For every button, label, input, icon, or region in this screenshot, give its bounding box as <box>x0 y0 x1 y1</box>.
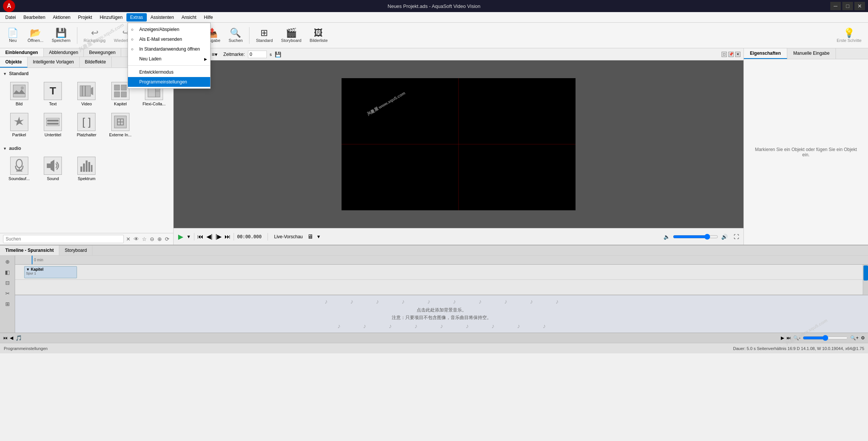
tab-bewegungen[interactable]: Bewegungen <box>84 48 121 57</box>
tab-bildeffekte[interactable]: Bildeffekte <box>80 57 112 68</box>
search-slider-icon[interactable]: ⊕ <box>157 235 163 243</box>
toolbar-save[interactable]: 💾 Speichern <box>48 26 74 45</box>
tab-objekte[interactable]: Objekte <box>0 57 28 68</box>
tl-settings[interactable]: ⚙ <box>861 335 865 341</box>
timeline-vscroll[interactable] <box>863 265 868 295</box>
skip-start-btn[interactable]: ⏮ <box>197 233 203 240</box>
menu-hinzufuegen[interactable]: Hinzufügen <box>96 13 126 22</box>
menu-anzeigen[interactable]: ○ Anzeigen/Abspielen <box>128 25 210 34</box>
menu-projekt[interactable]: Projekt <box>74 13 96 22</box>
preview-restore-btn[interactable]: □ <box>722 52 727 57</box>
preview-btn-5[interactable]: ≡▾ <box>212 51 217 57</box>
fullscreen-icon[interactable]: ⛶ <box>734 234 739 240</box>
tab-einblendungen[interactable]: Einblendungen <box>0 48 44 57</box>
music-note-9: ♪ <box>530 298 533 305</box>
toolbar-open[interactable]: 📂 Öffnen... <box>24 26 47 45</box>
zeitmarke-input[interactable] <box>248 51 267 58</box>
track-clip-kapitel[interactable]: ▼ Kapitel Spur 1 <box>24 266 77 278</box>
preview-close-btn[interactable]: ✕ <box>735 52 740 57</box>
object-externe[interactable]: Externe In... <box>104 110 136 140</box>
tl-zoom-out[interactable]: 🔍- <box>793 335 800 341</box>
menu-assistenten[interactable]: Assistenten <box>147 13 178 22</box>
object-soundauf[interactable]: Soundauf... <box>3 154 35 183</box>
maximize-button[interactable]: □ <box>842 2 853 10</box>
search-minus-icon[interactable]: ⊖ <box>149 235 155 243</box>
object-partikel[interactable]: Partikel <box>3 110 35 140</box>
toolbar-undo[interactable]: ↩ Rückgängig <box>80 26 109 45</box>
object-text[interactable]: T Text <box>37 79 69 109</box>
tab-manuelle-eingabe[interactable]: Manuelle Eingabe <box>787 48 836 59</box>
menu-entwicklermodus[interactable]: Entwicklermodus <box>128 67 210 77</box>
object-bild-label: Bild <box>16 102 23 106</box>
preview-pin-btn[interactable]: 📌 <box>728 52 734 57</box>
menu-aktionen[interactable]: Aktionen <box>49 13 74 22</box>
toolbar-new[interactable]: 📄 Neu <box>3 26 23 45</box>
extras-dropdown-menu: ○ Anzeigen/Abspielen ○ Als E-Mail versen… <box>128 23 211 89</box>
tl-prev[interactable]: ◀ <box>10 335 13 341</box>
live-preview-monitor-icon[interactable]: 🖥 <box>307 233 313 240</box>
object-spektrum[interactable]: Spektrum <box>71 154 103 183</box>
track-ctrl-1[interactable]: ⊕ <box>4 257 11 266</box>
search-star-icon[interactable]: ☆ <box>141 235 148 243</box>
tl-add-track[interactable]: 🎵 <box>15 335 22 341</box>
timeline-music-area[interactable]: ♪ ♪ ♪ ♪ ♪ ♪ ♪ ♪ ♪ ♪ 点击此处添加背景音乐。 注意：只要项目不… <box>15 295 868 333</box>
app-logo: A <box>3 0 15 12</box>
tl-skip-start[interactable]: ⏮ <box>3 335 8 341</box>
close-button[interactable]: ✕ <box>854 2 865 10</box>
menu-neu-laden[interactable]: Neu Laden <box>128 54 210 64</box>
minimize-button[interactable]: ─ <box>830 2 841 10</box>
live-preview-dropdown[interactable]: ▼ <box>316 234 321 239</box>
search-plus-icon[interactable]: ⟳ <box>164 235 170 243</box>
tab-abblendungen[interactable]: Abblendungen <box>44 48 84 57</box>
tl-zoom-in[interactable]: 🔍+ <box>850 335 859 341</box>
prev-frame-btn[interactable]: ◀| <box>206 233 212 240</box>
object-bild[interactable]: Bild <box>3 79 35 109</box>
menu-programmeinstellungen[interactable]: Programmeinstellungen <box>128 77 210 87</box>
toolbar-first-steps[interactable]: 💡 Erste Schritte <box>833 26 865 45</box>
track-ctrl-4[interactable]: ✂ <box>4 289 11 298</box>
search-eye-icon[interactable]: 👁 <box>133 235 140 243</box>
object-video[interactable]: Video <box>71 79 103 109</box>
track-ctrl-2[interactable]: ◧ <box>3 268 11 277</box>
vscroll-thumb[interactable] <box>863 265 868 281</box>
track-ctrl-5[interactable]: ⊞ <box>4 299 11 308</box>
volume-minus-icon[interactable]: 🔈 <box>663 234 670 240</box>
tab-timeline-spuransicht[interactable]: Timeline - Spuransicht <box>0 245 59 255</box>
menu-bearbeiten[interactable]: Bearbeiten <box>20 13 49 22</box>
tab-vorlagen[interactable]: Intelligente Vorlagen <box>28 57 80 68</box>
play-btn[interactable]: ▶ <box>178 233 183 241</box>
menu-datei[interactable]: Datei <box>2 13 20 22</box>
menu-hilfe[interactable]: Hilfe <box>200 13 217 22</box>
object-sound[interactable]: Sound <box>37 154 69 183</box>
menu-extras[interactable]: Extras <box>126 13 147 22</box>
toolbar-search[interactable]: 🔍 Suchen <box>225 26 246 45</box>
skip-end-btn[interactable]: ⏭ <box>225 233 231 240</box>
object-untertitel[interactable]: Untertitel <box>37 110 69 140</box>
zeitmarke-save[interactable]: 💾 <box>275 51 281 57</box>
tab-storyboard[interactable]: Storyboard <box>59 245 92 255</box>
tab-eigenschaften[interactable]: Eigenschaften <box>744 48 787 59</box>
object-platzhalter[interactable]: [ ] Platzhalter <box>71 110 103 140</box>
storyboard-icon: 🎬 <box>286 28 297 37</box>
volume-plus-icon[interactable]: 🔊 <box>721 234 728 240</box>
objects-panel: Standard Bild T Text Video <box>0 68 173 233</box>
track-ctrl-3[interactable]: ⊟ <box>4 278 11 287</box>
tl-zoom-slider[interactable] <box>803 335 848 341</box>
partikel-icon <box>10 113 28 131</box>
menu-standardanwendung[interactable]: ○ In Standardanwendung öffnen <box>128 44 210 54</box>
play-dropdown-btn[interactable]: ▼ <box>186 234 191 239</box>
svg-rect-14 <box>47 123 58 125</box>
toolbar-storyboard[interactable]: 🎬 Storyboard <box>278 26 305 45</box>
volume-slider[interactable] <box>673 234 718 240</box>
menu-email[interactable]: ○ Als E-Mail versenden <box>128 34 210 44</box>
search-clear-icon[interactable]: ✕ <box>125 235 131 243</box>
save-icon: 💾 <box>55 28 67 37</box>
toolbar-image-list[interactable]: 🖼 Bilderliste <box>306 26 331 45</box>
menu-ansicht[interactable]: Ansicht <box>178 13 200 22</box>
toolbar-standard[interactable]: ⊞ Standard <box>252 26 276 45</box>
search-input[interactable] <box>3 235 124 243</box>
next-frame-btn[interactable]: |▶ <box>215 233 222 240</box>
video-icon <box>77 82 95 100</box>
tl-skip-end[interactable]: ⏭ <box>786 335 791 341</box>
tl-next[interactable]: ▶ <box>781 335 784 341</box>
